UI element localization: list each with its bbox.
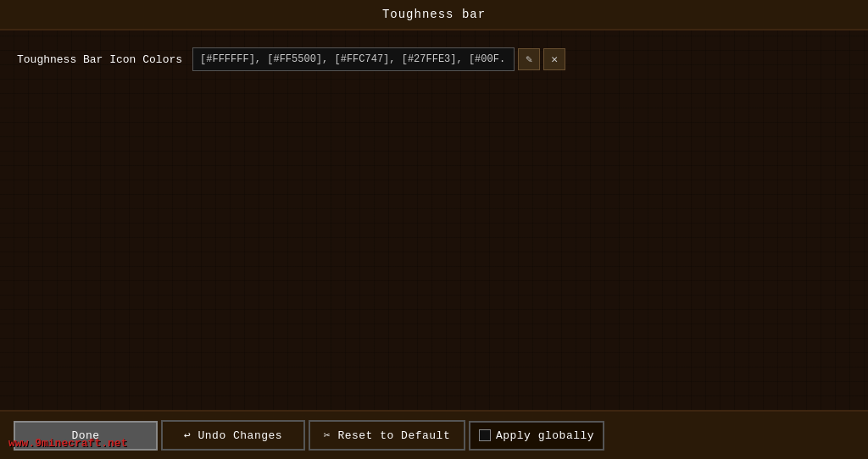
reset-label: ✂ Reset to Default	[324, 429, 450, 442]
settings-row: Toughness Bar Icon Colors ✎ ✕	[17, 47, 851, 71]
undo-label: ↩ Undo Changes	[184, 429, 282, 442]
page-title: Toughness bar	[382, 8, 486, 21]
apply-button[interactable]: Apply globally	[469, 421, 604, 451]
apply-checkbox[interactable]	[479, 429, 491, 441]
watermark-text: www.9minecraft.net	[8, 437, 127, 450]
reset-button[interactable]: ✂ Reset to Default	[309, 420, 465, 451]
bottom-bar: Done ↩ Undo Changes ✂ Reset to Default A…	[0, 410, 868, 459]
edit-button[interactable]: ✎	[518, 48, 540, 70]
colors-input[interactable]	[192, 47, 515, 71]
undo-button[interactable]: ↩ Undo Changes	[161, 420, 305, 451]
settings-label: Toughness Bar Icon Colors	[17, 53, 182, 66]
title-bar: Toughness bar	[0, 0, 868, 30]
apply-label: Apply globally	[496, 429, 594, 442]
clear-button[interactable]: ✕	[543, 48, 565, 70]
watermark: www.9minecraft.net	[8, 435, 127, 451]
edit-icon: ✎	[526, 53, 532, 66]
main-content: Toughness Bar Icon Colors ✎ ✕	[0, 30, 868, 410]
clear-icon: ✕	[551, 53, 558, 66]
input-wrapper: ✎ ✕	[192, 47, 565, 71]
